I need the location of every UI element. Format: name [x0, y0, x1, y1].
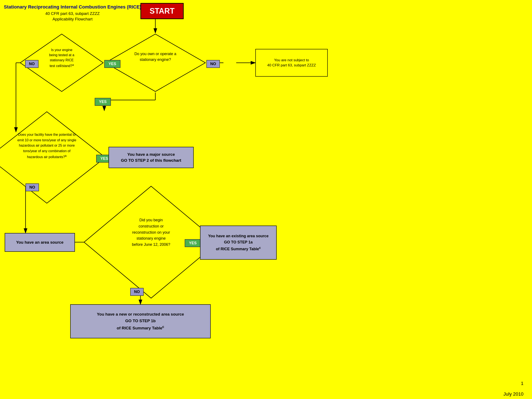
- yes-connector-d4: YES: [185, 239, 201, 247]
- yes-connector-d1-d2: YES: [104, 60, 120, 68]
- d2-text: Do you own or operate a stationary engin…: [126, 51, 185, 63]
- yes-connector-d2-below: YES: [95, 98, 111, 106]
- no-connector-d4: NO: [130, 288, 144, 296]
- d3-text: Does your facility have the potential to…: [0, 132, 94, 160]
- date-footer: July 2010: [503, 391, 524, 397]
- no-connector-d3: NO: [25, 184, 39, 191]
- page-number: 1: [521, 381, 524, 386]
- no-connector-d1: NO: [25, 60, 38, 68]
- start-button[interactable]: START: [140, 3, 184, 19]
- area-source-box: You have an area source: [5, 233, 75, 252]
- page-title: Stationary Reciprocating Internal Combus…: [4, 4, 141, 22]
- d1-text: Is your enginebeing tested at astationar…: [34, 47, 89, 69]
- not-subject-box: You are not subject to40 CFR part 63, su…: [255, 49, 328, 77]
- major-source-box: You have a major sourceGO TO STEP 2 of t…: [108, 147, 194, 168]
- d4-text: Did you beginconstruction orreconstructi…: [106, 217, 196, 248]
- existing-area-source-box: You have an existing area sourceGO TO ST…: [200, 226, 277, 260]
- new-area-source-box: You have a new or reconstructed area sou…: [70, 304, 211, 338]
- no-connector-d2: NO: [206, 60, 220, 68]
